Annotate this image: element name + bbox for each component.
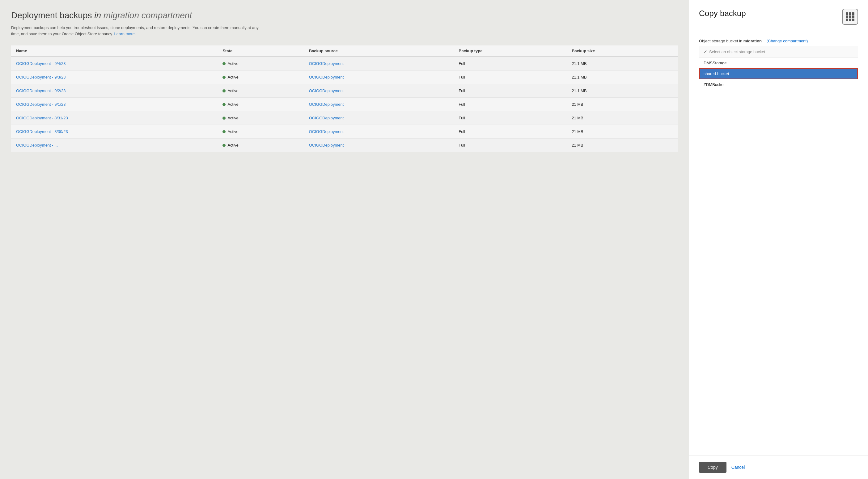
description-text: Deployment backups can help you troubles…: [11, 25, 259, 36]
backup-link[interactable]: OCIGGDeployment - 9/1/23: [16, 102, 65, 107]
cell-source: OCIGGDeployment: [304, 70, 454, 84]
status-dot: [222, 117, 225, 120]
cell-type: Full: [454, 70, 567, 84]
cell-name: OCIGGDeployment - 9/2/23: [11, 84, 218, 98]
cell-state: Active: [218, 84, 304, 98]
cell-size: 21 MB: [567, 98, 678, 111]
bucket-option-zdm[interactable]: ZDMBucket: [699, 79, 858, 90]
left-panel: Deployment backups in migration compartm…: [0, 0, 689, 479]
modal-body: Object storage bucket in migration (Chan…: [689, 31, 868, 455]
backup-link[interactable]: OCIGGDeployment - 8/31/23: [16, 116, 68, 120]
table-row: OCIGGDeployment - 9/3/23 Active OCIGGDep…: [11, 70, 678, 84]
bucket-dropdown[interactable]: ✓ Select an object storage bucket DMSSto…: [699, 46, 858, 90]
table-row: OCIGGDeployment - 9/4/23 Active OCIGGDep…: [11, 57, 678, 70]
col-state: State: [218, 46, 304, 57]
cell-state: Active: [218, 70, 304, 84]
page-title-compartment: migration compartment: [103, 10, 192, 20]
backup-link[interactable]: OCIGGDeployment - 9/3/23: [16, 75, 65, 80]
cell-source: OCIGGDeployment: [304, 98, 454, 111]
dropdown-placeholder: ✓ Select an object storage bucket: [699, 46, 858, 58]
cell-type: Full: [454, 125, 567, 139]
status-dot: [222, 62, 225, 65]
cell-size: 21.1 MB: [567, 84, 678, 98]
cell-type: Full: [454, 111, 567, 125]
field-label: Object storage bucket in migration (Chan…: [699, 39, 858, 43]
backup-link[interactable]: OCIGGDeployment - 9/2/23: [16, 88, 65, 93]
change-compartment-link[interactable]: (Change compartment): [767, 39, 808, 43]
backup-link[interactable]: OCIGGDeployment - 9/4/23: [16, 61, 65, 66]
cell-source: OCIGGDeployment: [304, 57, 454, 70]
cell-size: 21 MB: [567, 111, 678, 125]
cell-size: 21 MB: [567, 125, 678, 139]
check-icon: ✓: [704, 49, 707, 54]
col-backup-source: Backup source: [304, 46, 454, 57]
table-row: OCIGGDeployment - 8/30/23 Active OCIGGDe…: [11, 125, 678, 139]
table-row: OCIGGDeployment - 9/1/23 Active OCIGGDep…: [11, 98, 678, 111]
source-link[interactable]: OCIGGDeployment: [309, 116, 344, 120]
copy-button[interactable]: Copy: [699, 462, 726, 473]
cell-type: Full: [454, 84, 567, 98]
cell-name: OCIGGDeployment - ...: [11, 139, 218, 152]
cell-name: OCIGGDeployment - 8/31/23: [11, 111, 218, 125]
status-dot: [222, 103, 225, 106]
backup-link[interactable]: OCIGGDeployment - ...: [16, 143, 58, 148]
modal-title: Copy backup: [699, 9, 746, 18]
status-dot: [222, 89, 225, 92]
cell-size: 21.1 MB: [567, 57, 678, 70]
cell-type: Full: [454, 57, 567, 70]
source-link[interactable]: OCIGGDeployment: [309, 61, 344, 66]
cell-state: Active: [218, 98, 304, 111]
source-link[interactable]: OCIGGDeployment: [309, 143, 344, 148]
cell-state: Active: [218, 57, 304, 70]
status-text: Active: [227, 75, 238, 80]
cell-size: 21 MB: [567, 139, 678, 152]
backups-table: Name State Backup source Backup type Bac…: [11, 46, 678, 152]
status-text: Active: [227, 102, 238, 107]
placeholder-text: Select an object storage bucket: [709, 50, 765, 54]
cell-state: Active: [218, 139, 304, 152]
cell-name: OCIGGDeployment - 9/1/23: [11, 98, 218, 111]
help-icon: [846, 12, 855, 21]
status-text: Active: [227, 61, 238, 66]
modal-header: Copy backup: [689, 0, 868, 31]
table-row: OCIGGDeployment - ... Active OCIGGDeploy…: [11, 139, 678, 152]
cell-state: Active: [218, 125, 304, 139]
cell-name: OCIGGDeployment - 8/30/23: [11, 125, 218, 139]
learn-more-link[interactable]: Learn more: [114, 32, 135, 36]
modal-footer: Copy Cancel: [689, 455, 868, 479]
cell-source: OCIGGDeployment: [304, 84, 454, 98]
source-link[interactable]: OCIGGDeployment: [309, 102, 344, 107]
col-name: Name: [11, 46, 218, 57]
field-label-bold: migration: [743, 39, 762, 43]
table-row: OCIGGDeployment - 8/31/23 Active OCIGGDe…: [11, 111, 678, 125]
backup-link[interactable]: OCIGGDeployment - 8/30/23: [16, 129, 68, 134]
help-button[interactable]: [842, 9, 858, 25]
col-backup-size: Backup size: [567, 46, 678, 57]
status-text: Active: [227, 143, 238, 148]
page-title-em: in: [94, 10, 101, 20]
cell-size: 21.1 MB: [567, 70, 678, 84]
bucket-option-shared[interactable]: shared-bucket: [699, 68, 858, 79]
cell-type: Full: [454, 139, 567, 152]
page-title: Deployment backups in migration compartm…: [11, 10, 678, 21]
page-description: Deployment backups can help you troubles…: [11, 25, 265, 37]
cell-source: OCIGGDeployment: [304, 139, 454, 152]
cell-type: Full: [454, 98, 567, 111]
source-link[interactable]: OCIGGDeployment: [309, 88, 344, 93]
page-title-main: Deployment backups: [11, 10, 92, 20]
cell-state: Active: [218, 111, 304, 125]
table-row: OCIGGDeployment - 9/2/23 Active OCIGGDep…: [11, 84, 678, 98]
table-header-row: Name State Backup source Backup type Bac…: [11, 46, 678, 57]
dropdown-list: DMSStorage shared-bucket ZDMBucket: [699, 58, 858, 90]
source-link[interactable]: OCIGGDeployment: [309, 129, 344, 134]
copy-backup-modal: Copy backup Object storage bucket in mig…: [689, 0, 868, 479]
status-text: Active: [227, 129, 238, 134]
cancel-button[interactable]: Cancel: [732, 462, 745, 473]
cell-source: OCIGGDeployment: [304, 125, 454, 139]
source-link[interactable]: OCIGGDeployment: [309, 75, 344, 80]
field-label-text: Object storage bucket in: [699, 39, 742, 43]
status-text: Active: [227, 88, 238, 93]
bucket-option-dms[interactable]: DMSStorage: [699, 58, 858, 68]
status-dot: [222, 130, 225, 133]
cell-name: OCIGGDeployment - 9/3/23: [11, 70, 218, 84]
